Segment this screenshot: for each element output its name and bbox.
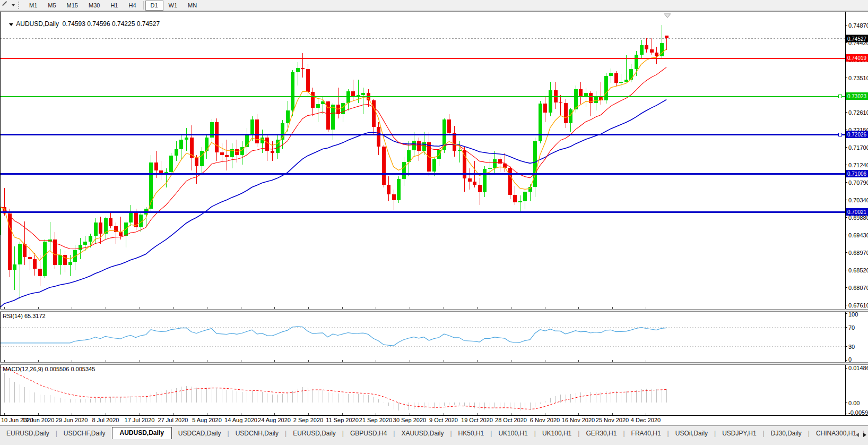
dropdown-caret-icon[interactable]	[12, 4, 15, 6]
price-line-badge-label: 0.70021	[847, 209, 866, 215]
collapse-chart-icon[interactable]	[9, 23, 13, 26]
candle-body	[8, 213, 12, 270]
candle-body	[346, 91, 350, 103]
chart-tab-xauusd-daily[interactable]: XAUUSD,Daily	[395, 428, 450, 439]
timeframe-button-h1[interactable]: H1	[105, 1, 123, 11]
candle-body	[614, 73, 618, 83]
macd-signal-line	[0, 367, 666, 409]
timeframe-button-w1[interactable]: W1	[163, 1, 183, 11]
candle-body	[645, 45, 648, 49]
macd-axis-label: 0.014861	[848, 365, 868, 371]
candle-body	[559, 102, 562, 103]
price-axis-label: 0.68070	[848, 285, 868, 291]
candle-body	[341, 103, 345, 115]
chart-tab-usdchf-daily[interactable]: USDCHF,Daily	[57, 428, 112, 439]
candle-body	[205, 138, 209, 151]
timeframe-button-m30[interactable]: M30	[83, 1, 105, 11]
date-axis-label: 29 Jun 2020	[56, 417, 88, 423]
timeframe-button-m5[interactable]: M5	[42, 1, 61, 11]
candle-body	[28, 257, 32, 259]
chart-cursor-icon[interactable]	[2, 1, 11, 10]
candle-body	[361, 93, 365, 95]
candle-body	[402, 162, 406, 179]
candle-body	[417, 141, 421, 151]
chart-tab-uk100-h1[interactable]: UK100,H1	[536, 428, 578, 439]
tab-scroll-left-icon[interactable]	[856, 433, 859, 437]
tab-scroll-controls	[856, 433, 866, 437]
chart-tab-china300-h1[interactable]: CHINA300,H1	[810, 428, 863, 439]
rsi-indicator-label: RSI(14) 65.3172	[3, 313, 46, 319]
candle-body	[569, 109, 572, 123]
chart-shift-marker-icon[interactable]	[664, 14, 671, 18]
chart-tab-hk50-h1[interactable]: HK50,H1	[452, 428, 491, 439]
candle-body	[523, 192, 527, 201]
date-axis-label: 25 Nov 2020	[596, 417, 629, 423]
candle-body	[99, 222, 102, 234]
rsi-axis-label: 0	[848, 356, 852, 362]
rsi-axis-label: 100	[848, 312, 858, 318]
timeframe-button-mn[interactable]: MN	[183, 1, 202, 11]
candle-body	[564, 103, 568, 123]
candle-body	[432, 159, 436, 172]
rsi-axis-label: 70	[848, 324, 855, 331]
chart-tab-usoil-daily[interactable]: USOil,Daily	[669, 428, 714, 439]
macd-histogram	[0, 370, 667, 410]
chart-tab-dj30-daily[interactable]: DJ30,Daily	[765, 428, 808, 439]
date-axis-label: 2 Sep 2020	[293, 417, 323, 423]
date-axis-label: 19 Jun 2020	[22, 417, 55, 423]
toolbar-grip-handle[interactable]	[18, 2, 21, 9]
chart-tab-ger30-h1[interactable]: GER30,H1	[579, 428, 623, 439]
candle-body	[235, 149, 239, 155]
date-axis-label: 9 Oct 2020	[429, 417, 458, 423]
macd-axis-label: 0.00	[848, 400, 860, 406]
timeframe-button-d1[interactable]: D1	[145, 1, 163, 11]
candle-body	[458, 150, 462, 150]
candle-body	[478, 185, 482, 192]
chart-tab-fra40-h1[interactable]: FRA40,H1	[625, 428, 667, 439]
date-axis-label: 16 Nov 2020	[562, 417, 595, 423]
ma-mid-line	[0, 67, 666, 249]
timeframe-button-m1[interactable]: M1	[24, 1, 42, 11]
line-drag-handle[interactable]	[838, 133, 841, 136]
time-axis[interactable]: 10 Jun 202019 Jun 202029 Jun 20208 Jul 2…	[0, 415, 868, 425]
candle-body	[650, 49, 654, 53]
candle-body	[437, 150, 441, 159]
rsi-axis-label: 30	[848, 344, 855, 350]
date-axis-label: 27 Jul 2020	[158, 417, 188, 423]
price-chart-panel[interactable]: 0.748700.744200.739700.735100.730600.726…	[0, 12, 868, 309]
tab-scroll-right-icon[interactable]	[863, 433, 866, 437]
rsi-panel[interactable]: 10070300	[0, 312, 868, 362]
candle-body	[655, 53, 658, 56]
candle-body	[129, 213, 133, 222]
chart-tab-usdjpy-h1[interactable]: USDJPY,H1	[716, 428, 762, 439]
chart-title-ohlc: 0.74593 0.74596 0.74225 0.74527	[63, 20, 160, 28]
candle-body	[296, 68, 300, 73]
line-drag-handle[interactable]	[838, 95, 841, 98]
price-line-badge-label: 0.71006	[847, 170, 866, 177]
date-axis-label: 17 Jul 2020	[125, 417, 155, 423]
chart-tab-uk100-h1[interactable]: UK100,H1	[492, 428, 534, 439]
chart-tab-gbpusd-h4[interactable]: GBPUSD,H4	[344, 428, 393, 439]
price-line-badge-label: 0.73023	[847, 93, 866, 99]
candle-body	[58, 255, 62, 264]
top-toolbar: M1M5M15M30H1H4D1W1MN	[0, 0, 868, 11]
candles-layer	[0, 25, 669, 299]
toolbar-separator	[143, 1, 144, 10]
candle-body	[169, 156, 173, 172]
timeframe-button-m15[interactable]: M15	[62, 1, 83, 11]
candle-body	[619, 82, 623, 83]
candle-body	[549, 90, 552, 113]
candle-body	[215, 122, 219, 152]
candle-body	[179, 140, 183, 149]
candle-body	[68, 262, 72, 265]
candle-body	[635, 55, 638, 69]
chart-tab-audusd-daily[interactable]: AUDUSD,Daily	[112, 427, 172, 439]
timeframe-button-h4[interactable]: H4	[123, 1, 141, 11]
macd-panel[interactable]: 0.0148610.00-0.005938	[0, 365, 868, 415]
chart-tab-usdcad-daily[interactable]: USDCAD,Daily	[172, 428, 228, 439]
chart-tab-eurusd-daily[interactable]: EURUSD,Daily	[0, 428, 56, 439]
candle-body	[271, 151, 274, 153]
current-price-badge-label: 0.74527	[847, 36, 866, 42]
chart-tab-usdcnh-daily[interactable]: USDCNH,Daily	[229, 428, 285, 439]
chart-tab-eurusd-daily[interactable]: EURUSD,Daily	[287, 428, 342, 439]
